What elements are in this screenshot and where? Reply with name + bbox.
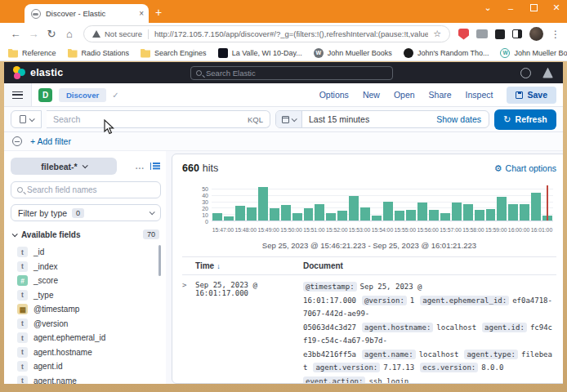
histogram-bar[interactable] [258, 187, 268, 220]
time-range-value[interactable]: Last 15 minutes [302, 114, 436, 124]
index-pattern-selector[interactable]: filebeat-* [11, 158, 117, 175]
new-tab-button[interactable]: + [155, 7, 162, 18]
global-search-input[interactable] [206, 69, 387, 78]
filter-icon[interactable] [12, 136, 22, 146]
not-secure-label[interactable]: Not secure [105, 29, 142, 38]
reload-icon[interactable]: ↻ [42, 28, 60, 40]
histogram-bar[interactable] [235, 206, 245, 220]
space-avatar[interactable]: D [38, 88, 52, 102]
home-icon[interactable]: ⌂ [60, 28, 78, 40]
field-item[interactable]: t@version [11, 317, 161, 332]
field-item[interactable]: tagent.ephemeral_id [11, 331, 161, 345]
field-item[interactable]: #_score [11, 274, 161, 288]
tab-close-icon[interactable]: × [139, 9, 144, 18]
sidebar-options-icon[interactable]: ... [136, 162, 145, 171]
show-dates-button[interactable]: Show dates [436, 114, 489, 124]
extensions-puzzle-icon[interactable] [495, 29, 505, 39]
bookmark-item[interactable]: WJohn Mueller Books... [500, 48, 567, 58]
browser-tab[interactable]: Discover - Elastic × [25, 4, 149, 23]
kql-query-input[interactable] [53, 114, 243, 124]
histogram-bar[interactable] [486, 209, 496, 220]
bookmark-item[interactable]: Reference [8, 48, 56, 58]
histogram-bar[interactable] [212, 213, 222, 220]
histogram-bar[interactable] [304, 208, 314, 220]
histogram-bar[interactable] [372, 216, 382, 220]
histogram-bar[interactable] [406, 210, 416, 220]
nav-link-share[interactable]: Share [429, 90, 452, 100]
histogram-bar[interactable] [417, 203, 427, 220]
histogram-bar[interactable] [247, 207, 257, 220]
window-close-button[interactable]: ✕ [551, 2, 562, 13]
histogram-bar[interactable] [452, 203, 462, 220]
screenshot-extension-icon[interactable] [476, 29, 488, 38]
refresh-button[interactable]: ↻ Refresh [494, 109, 556, 130]
query-language-badge[interactable]: KQL [248, 115, 263, 124]
window-minimize-button[interactable]: – [505, 3, 516, 13]
time-column-header[interactable]: Time↓ [182, 261, 303, 270]
histogram-bar[interactable] [326, 213, 336, 220]
histogram-bar[interactable] [429, 210, 439, 220]
histogram-bar[interactable] [440, 213, 450, 220]
histogram-bar[interactable] [349, 196, 359, 220]
save-button[interactable]: Save [507, 87, 556, 104]
histogram-bar[interactable] [270, 208, 279, 220]
histogram-bar[interactable] [281, 205, 291, 220]
url-bar[interactable]: Not secure ☆ [83, 25, 450, 42]
field-item[interactable]: tagent.hostname [11, 345, 161, 360]
field-item[interactable]: ▦@timestamp [11, 302, 161, 317]
filter-by-type-dropdown[interactable]: Filter by type 0 [11, 204, 161, 221]
nav-link-inspect[interactable]: Inspect [466, 90, 493, 100]
sidebar-scrollbar[interactable] [158, 245, 161, 276]
browser-menu-icon[interactable]: ⋮ [551, 29, 560, 40]
histogram-bar[interactable] [315, 204, 324, 220]
histogram-bar[interactable] [224, 216, 234, 220]
bookmark-item[interactable]: Radio Stations [68, 48, 130, 58]
url-input[interactable] [154, 29, 428, 38]
histogram-bar[interactable] [292, 213, 302, 220]
histogram-bar[interactable] [497, 197, 507, 220]
bookmark-item[interactable]: Search Engines [141, 48, 207, 58]
adblock-extension-icon[interactable] [458, 29, 469, 40]
bookmark-item[interactable]: WJohn Mueller Books [314, 48, 392, 58]
histogram-bar[interactable] [531, 193, 541, 220]
histogram-bar[interactable] [475, 210, 484, 220]
field-item[interactable]: t_id [11, 245, 161, 260]
window-chevron-icon[interactable]: ⌄ [482, 2, 493, 13]
histogram-bar[interactable] [395, 211, 404, 221]
forward-icon[interactable]: → [25, 28, 42, 40]
field-item[interactable]: t_type [11, 288, 161, 303]
histogram-bar[interactable] [520, 204, 529, 220]
elastic-logo[interactable]: elastic [12, 66, 63, 79]
histogram-bar[interactable] [508, 204, 518, 220]
saved-query-menu-button[interactable] [11, 110, 42, 128]
nav-link-options[interactable]: Options [319, 90, 349, 100]
help-icon[interactable] [520, 68, 531, 78]
field-search-input[interactable] [27, 185, 154, 194]
histogram-bar[interactable] [463, 204, 473, 220]
histogram-bars[interactable] [212, 185, 553, 220]
bookmark-item[interactable]: La Valle, WI 10-Day... [218, 48, 302, 58]
bookmark-star-icon[interactable]: ☆ [433, 29, 441, 39]
field-search[interactable] [11, 181, 161, 198]
profile-avatar[interactable] [529, 27, 543, 41]
kql-query-input-wrap[interactable]: KQL [47, 110, 270, 128]
field-item[interactable]: tagent.name [11, 374, 161, 385]
global-search[interactable] [190, 66, 393, 80]
histogram-bar[interactable] [360, 207, 370, 220]
side-panel-icon[interactable] [512, 29, 522, 38]
histogram-bar[interactable] [337, 211, 347, 220]
collapse-sidebar-icon[interactable] [150, 163, 159, 170]
date-picker[interactable]: Last 15 minutes Show dates [275, 110, 489, 128]
chart-options-button[interactable]: ⚙ Chart options [494, 163, 556, 174]
nav-link-new[interactable]: New [363, 90, 380, 100]
menu-toggle-button[interactable] [4, 83, 32, 106]
histogram-bar[interactable] [383, 202, 393, 220]
bookmark-item[interactable]: John's Random Tho... [404, 48, 489, 58]
window-maximize-button[interactable] [528, 3, 539, 13]
alerts-icon[interactable] [542, 68, 553, 78]
back-icon[interactable]: ← [7, 28, 25, 40]
date-picker-quick-menu[interactable] [276, 111, 302, 127]
nav-link-open[interactable]: Open [394, 90, 415, 100]
breadcrumb-discover[interactable]: Discover [59, 88, 106, 102]
add-filter-button[interactable]: + Add filter [30, 136, 71, 146]
